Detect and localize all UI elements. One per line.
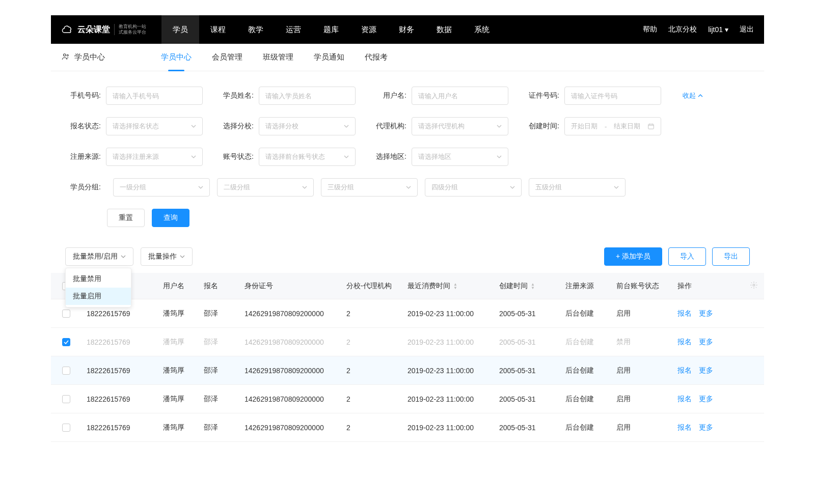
header-created[interactable]: 创建时间 ▲▼ [494,282,560,291]
chevron-down-icon [180,253,185,261]
group-level-select[interactable]: 二级分组 [217,178,314,197]
cell-id: 14262919870809200000 [239,367,341,375]
batch-toggle-label: 批量禁用/启用 [73,252,118,261]
reset-button[interactable]: 重置 [107,209,145,227]
group-level-select[interactable]: 三级分组 [321,178,418,197]
register-link[interactable]: 报名 [677,423,692,432]
filter-row-3: 注册来源:请选择注册来源账号状态:请选择前台账号状态选择地区:请选择地区 [65,148,750,166]
more-link[interactable]: 更多 [699,338,713,347]
cloud-logo-icon [61,23,73,36]
register-link[interactable]: 报名 [677,395,692,404]
row-checkbox[interactable] [62,367,70,375]
more-link[interactable]: 更多 [699,366,713,375]
logo-subtitle: 教育机构一站 式服务云平台 [114,24,146,35]
sub-tab[interactable]: 班级管理 [263,44,293,71]
logout-link[interactable]: 退出 [740,25,754,34]
main-nav-item[interactable]: 题库 [312,15,350,44]
sort-icon: ▲▼ [453,283,457,290]
user-menu[interactable]: lijt01 ▾ [708,25,728,34]
filter-input[interactable] [412,87,508,105]
filter-select[interactable]: 请选择地区 [412,148,508,166]
gear-icon [750,281,758,291]
filter-input[interactable] [564,87,661,105]
header-branch[interactable]: 分校-代理机构 [341,282,402,291]
main-nav-item[interactable]: 系统 [463,15,501,44]
sub-tab[interactable]: 学员中心 [161,44,192,71]
cell-checkbox [51,424,82,432]
header-regname[interactable]: 报名 [199,282,239,291]
header-username[interactable]: 用户名 [158,282,199,291]
sub-tab[interactable]: 代报考 [365,44,388,71]
more-link[interactable]: 更多 [699,309,713,318]
batch-ops-dropdown[interactable]: 批量操作 [141,247,193,266]
cell-ops: 报名更多 [672,423,744,432]
collapse-filters-link[interactable]: 收起 [683,91,703,100]
row-checkbox[interactable] [62,424,70,432]
row-checkbox[interactable] [62,310,70,318]
filter-input[interactable] [259,87,356,105]
group-filter-label: 学员分组: [65,183,101,192]
sub-tab[interactable]: 会员管理 [212,44,242,71]
filter-select[interactable]: 请选择注册来源 [106,148,203,166]
more-link[interactable]: 更多 [699,423,713,432]
top-navbar: 云朵课堂 教育机构一站 式服务云平台 学员课程教学运营题库资源财务数据系统 帮助… [51,15,764,44]
username-label: lijt01 [708,25,723,34]
filter-item: 选择地区:请选择地区 [371,148,508,166]
filter-input[interactable] [106,87,203,105]
register-link[interactable]: 报名 [677,338,692,347]
cell-checkbox [51,338,82,346]
add-student-button[interactable]: + 添加学员 [604,247,662,266]
export-button[interactable]: 导出 [712,247,750,266]
main-nav-item[interactable]: 教学 [237,15,275,44]
header-settings[interactable] [744,281,764,291]
register-link[interactable]: 报名 [677,366,692,375]
table-row[interactable]: 18222615769潘筠厚邵泽142629198708092000002201… [51,328,764,356]
date-range-picker[interactable]: 开始日期-结束日期 [564,117,661,135]
student-table: 用户名 报名 身份证号 分校-代理机构 最近消费时间 ▲▼ 创建时间 ▲▼ 注册… [51,273,764,442]
svg-point-3 [753,284,755,286]
branch-selector[interactable]: 北京分校 [668,25,697,34]
help-link[interactable]: 帮助 [643,25,657,34]
table-row[interactable]: 18222615769潘筠厚邵泽142629198708092000002201… [51,299,764,328]
filter-item: 报名状态:请选择报名状态 [65,117,203,135]
filter-select[interactable]: 请选择前台账号状态 [259,148,356,166]
main-nav-item[interactable]: 学员 [161,15,199,44]
filter-label: 选择地区: [371,152,406,161]
filter-label: 学员姓名: [218,91,254,100]
register-link[interactable]: 报名 [677,309,692,318]
filter-select[interactable]: 请选择代理机构 [412,117,508,135]
cell-username: 潘筠厚 [158,309,199,318]
dropdown-menu-item[interactable]: 批量禁用 [66,270,131,288]
cell-consume: 2019-02-23 11:00:00 [402,338,494,346]
more-link[interactable]: 更多 [699,395,713,404]
cell-regname: 邵泽 [199,366,239,375]
table-row[interactable]: 18222615769潘筠厚邵泽142629198708092000002201… [51,356,764,385]
group-level-select[interactable]: 一级分组 [113,178,210,197]
table-header: 用户名 报名 身份证号 分校-代理机构 最近消费时间 ▲▼ 创建时间 ▲▼ 注册… [51,273,764,299]
row-checkbox[interactable] [62,395,70,403]
table-row[interactable]: 18222615769潘筠厚邵泽142629198708092000002201… [51,385,764,413]
row-checkbox[interactable] [62,338,70,346]
main-nav-item[interactable]: 财务 [388,15,425,44]
dropdown-menu-item[interactable]: 批量启用 [66,288,131,305]
search-button[interactable]: 查询 [152,209,189,227]
header-id[interactable]: 身份证号 [239,282,341,291]
filter-select[interactable]: 请选择报名状态 [106,117,203,135]
import-button[interactable]: 导入 [668,247,706,266]
cell-branch: 2 [341,395,402,403]
group-level-select[interactable]: 五级分组 [529,178,626,197]
table-row[interactable]: 18222615769潘筠厚邵泽142629198708092000002201… [51,413,764,442]
header-source[interactable]: 注册来源 [560,282,611,291]
main-nav-item[interactable]: 课程 [199,15,237,44]
group-level-select[interactable]: 四级分组 [425,178,522,197]
header-status[interactable]: 前台账号状态 [611,282,672,291]
sub-tab[interactable]: 学员通知 [314,44,344,71]
batch-toggle-dropdown[interactable]: 批量禁用/启用 [65,247,133,266]
main-nav-item[interactable]: 运营 [275,15,312,44]
cell-id: 14262919870809200000 [239,424,341,432]
filter-action-row: 重置 查询 [65,209,750,227]
main-nav-item[interactable]: 资源 [350,15,388,44]
main-nav-item[interactable]: 数据 [425,15,463,44]
header-consume[interactable]: 最近消费时间 ▲▼ [402,282,494,291]
filter-select[interactable]: 请选择分校 [259,117,356,135]
